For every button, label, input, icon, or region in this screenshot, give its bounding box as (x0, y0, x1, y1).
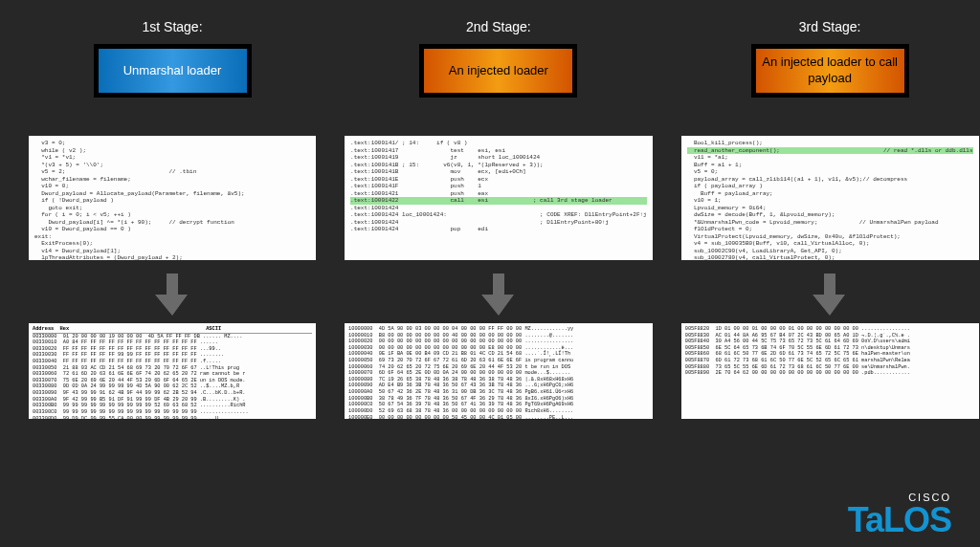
arrow-down-icon (813, 274, 847, 316)
brand-logo: cisco TaLOS (848, 493, 951, 536)
stage2-title: 2nd Stage: (466, 19, 531, 34)
hex-body: 10000000 4D 5A 90 00 03 00 00 00 04 00 0… (348, 326, 573, 419)
hex-body: 00330000 01 20 00 00 00 19 00 00 00 4D 5… (33, 334, 249, 419)
stage-col-1: 1st Stage: Unmarshal loader v3 = 0; whil… (29, 19, 316, 419)
stage1-hex: Address Hex ASCII00330000 01 20 00 00 00… (29, 323, 316, 419)
stage2-hex: 10000000 4D 5A 90 00 03 00 00 00 04 00 0… (345, 323, 653, 419)
code-tail: .text:10001424 .text:10001424 loc_100014… (350, 205, 647, 233)
stage3-hex: 005F8820 1D 01 00 00 01 00 00 00 01 00 0… (681, 323, 979, 419)
stage2-box: An injected loader (419, 44, 577, 98)
arrow-down-icon (155, 274, 189, 316)
code-text: .text:1000141/ ; 14: if ( v8 ) .text:100… (350, 140, 544, 197)
stage3-box: An injected loader to call payload (751, 44, 909, 98)
arrow-down-icon (481, 274, 516, 316)
hex-body: 005F8820 1D 01 00 00 01 00 00 00 01 00 0… (685, 326, 910, 376)
stage1-box: Unmarshal loader (94, 44, 252, 98)
code-tail: v11 = *a1; Buff = a1 + 1; v5 = 0; payloa… (687, 154, 939, 260)
stage3-code: Bool_kill_process(); read_another_compon… (681, 136, 979, 260)
code-highlight: .text:10001422 call esi ; call 3rd stage… (350, 197, 647, 205)
talos-text: TaLOS (848, 500, 951, 539)
code-text: v3 = 0; while ( v2 ); *v1 = *v1; *(v3 + … (34, 140, 245, 260)
stage-col-3: 3rd Stage: An injected loader to call pa… (681, 19, 979, 419)
stage1-code: v3 = 0; while ( v2 ); *v1 = *v1; *(v3 + … (29, 136, 316, 260)
stage2-code: .text:1000141/ ; 14: if ( v8 ) .text:100… (345, 136, 653, 260)
code-highlight: read_another_component(); // read *.dlls… (687, 147, 973, 155)
code-text: Bool_kill_process(); (687, 140, 763, 146)
stage3-title: 3rd Stage: (799, 19, 861, 34)
stage-columns: 1st Stage: Unmarshal loader v3 = 0; whil… (0, 0, 980, 419)
stage-col-2: 2nd Stage: An injected loader .text:1000… (345, 19, 653, 419)
stage1-title: 1st Stage: (143, 19, 203, 34)
hex-header: Address Hex ASCII (33, 326, 312, 334)
